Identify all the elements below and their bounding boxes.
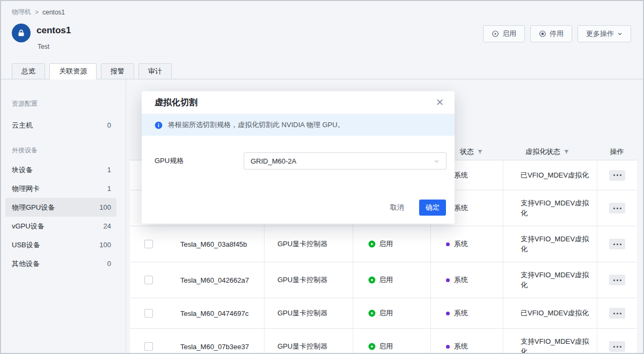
gpu-type: GPU显卡控制器 <box>277 342 327 351</box>
virt-status-label: 支持VFIO_MDEV虚拟化 <box>521 270 590 291</box>
gpu-type-cell: GPU显卡控制器 <box>264 226 353 262</box>
sidebar-item-count: 1 <box>107 166 111 174</box>
sidebar-divider <box>126 79 126 354</box>
sidebar-item-count: 100 <box>99 203 111 211</box>
enable-button-label: 启用 <box>502 29 516 39</box>
row-more-actions-button[interactable] <box>609 341 625 352</box>
confirm-button[interactable]: 确定 <box>419 200 446 216</box>
sidebar-group-title-external-devices: 外接设备 <box>12 135 126 155</box>
virt-status-cell: 支持VFIO_MDEV虚拟化 <box>503 329 597 354</box>
gpu-type: GPU显卡控制器 <box>277 308 327 318</box>
action-cell <box>597 160 637 190</box>
action-cell <box>597 226 637 262</box>
tab-overview[interactable]: 总览 <box>12 63 45 79</box>
column-label: 操作 <box>610 147 624 157</box>
sidebar-item-label: 云主机 <box>12 121 33 130</box>
owner-cell: 系统 <box>430 298 503 328</box>
info-banner: 将根据所选切割规格，虚拟化切割此 NVIDIA 物理 GPU。 <box>142 114 455 136</box>
chevron-down-icon <box>434 158 440 164</box>
row-more-actions-button[interactable] <box>609 170 625 181</box>
tab-alarm[interactable]: 报警 <box>101 63 134 79</box>
sidebar-item-vgpu[interactable]: vGPU设备 24 <box>5 217 116 235</box>
row-checkbox[interactable] <box>144 240 153 248</box>
enable-status-cell: 启用 <box>353 262 430 298</box>
status-label: 启用 <box>379 342 393 351</box>
dialog-title: 虚拟化切割 <box>155 97 197 108</box>
disable-button[interactable]: 停用 <box>530 25 572 42</box>
cancel-button[interactable]: 取消 <box>387 202 407 213</box>
virt-status-label: 支持VFIO_MDEV虚拟化 <box>521 234 590 255</box>
tab-label: 审计 <box>148 67 162 76</box>
table-header-virt-status: 虚拟化状态 <box>503 144 597 160</box>
action-cell <box>597 329 637 354</box>
gpu-spec-value: GRID_M60-2A <box>251 157 296 165</box>
sidebar-item-label: 其他设备 <box>12 259 40 269</box>
enabled-status-icon <box>368 309 376 317</box>
status-badge: 启用 <box>368 239 393 249</box>
more-actions-button[interactable]: 更多操作 <box>577 25 631 42</box>
row-checkbox[interactable] <box>144 309 153 318</box>
sidebar-item-label: vGPU设备 <box>12 222 45 231</box>
row-more-actions-button[interactable] <box>609 203 625 213</box>
close-icon[interactable]: ✕ <box>436 98 444 107</box>
row-more-actions-button[interactable] <box>609 239 625 249</box>
owner-dot-icon <box>446 345 450 349</box>
enable-button[interactable]: 启用 <box>483 25 525 42</box>
owner-label: 系统 <box>454 239 468 249</box>
status-label: 启用 <box>379 275 393 285</box>
gpu-type-cell: GPU显卡控制器 <box>264 329 353 354</box>
sidebar-item-label: 物理GPU设备 <box>12 203 55 212</box>
header-actions: 启用 停用 更多操作 <box>483 25 631 42</box>
sidebar-item-usb[interactable]: USB设备 100 <box>5 235 116 254</box>
sidebar-item-block-device[interactable]: 块设备 1 <box>5 160 116 179</box>
filter-icon[interactable] <box>477 149 483 155</box>
gpu-name: Tesla_M60_042662a7 <box>180 276 249 284</box>
table-row: Tesla_M60_07b3ee37 GPU显卡控制器 启用 系统 支持VFIO… <box>130 329 637 354</box>
sidebar-item-cloud-host[interactable]: 云主机 0 <box>5 116 116 135</box>
sidebar-item-label: USB设备 <box>12 240 40 250</box>
row-more-actions-button[interactable] <box>609 275 625 285</box>
row-checkbox[interactable] <box>144 342 153 351</box>
virt-status-label: 已VFIO_MDEV虚拟化 <box>521 170 589 181</box>
sidebar-item-physical-nic[interactable]: 物理网卡 1 <box>5 179 116 198</box>
chevron-down-icon <box>617 31 623 36</box>
filter-icon[interactable] <box>564 149 569 155</box>
tab-label: 关联资源 <box>59 67 87 76</box>
play-circle-icon <box>492 30 499 38</box>
dialog-footer: 取消 确定 <box>387 200 446 216</box>
column-label: 虚拟化状态 <box>525 147 560 157</box>
column-label: 状态 <box>460 147 474 157</box>
host-icon <box>12 24 31 42</box>
sidebar-item-other-devices[interactable]: 其他设备 0 <box>5 254 116 273</box>
action-cell <box>597 298 637 328</box>
table-row: Tesla_M60_042662a7 GPU显卡控制器 启用 系统 支持VFIO… <box>130 262 637 298</box>
virt-status-label: 支持VFIO_MDEV虚拟化 <box>521 198 590 219</box>
gpu-type: GPU显卡控制器 <box>277 239 327 249</box>
row-more-actions-button[interactable] <box>609 308 625 319</box>
info-text: 将根据所选切割规格，虚拟化切割此 NVIDIA 物理 GPU。 <box>168 120 345 130</box>
enable-status-cell: 启用 <box>353 226 430 262</box>
sidebar-item-label: 块设备 <box>12 165 33 175</box>
virt-status-cell: 支持VFIO_MDEV虚拟化 <box>503 226 597 262</box>
sidebar-item-count: 100 <box>99 241 111 249</box>
status-label: 启用 <box>379 308 393 318</box>
gpu-name-cell: Tesla_M60_042662a7 <box>167 262 264 298</box>
owner-dot-icon <box>446 312 450 315</box>
table-row: Tesla_M60_0474697c GPU显卡控制器 启用 系统 已VFIO_… <box>130 298 637 329</box>
owner-label: 系统 <box>454 308 468 318</box>
tab-audit[interactable]: 审计 <box>138 63 172 79</box>
sidebar: 资源配置 云主机 0 外接设备 块设备 1 物理网卡 1 物理GPU设备 100… <box>1 79 126 273</box>
owner-label: 系统 <box>454 203 468 213</box>
owner-cell: 系统 <box>430 329 503 354</box>
owner-dot-icon <box>446 278 450 282</box>
gpu-spec-select[interactable]: GRID_M60-2A <box>244 152 447 169</box>
gpu-type: GPU显卡控制器 <box>277 275 327 285</box>
breadcrumb-root[interactable]: 物理机 <box>12 8 31 17</box>
row-checkbox[interactable] <box>144 276 153 284</box>
tab-related-resources[interactable]: 关联资源 <box>49 63 97 79</box>
more-actions-label: 更多操作 <box>586 29 614 39</box>
breadcrumb: 物理机 > centos1 <box>12 8 65 17</box>
breadcrumb-current: centos1 <box>42 9 65 16</box>
sidebar-item-physical-gpu[interactable]: 物理GPU设备 100 <box>5 198 116 217</box>
action-cell <box>597 262 637 298</box>
